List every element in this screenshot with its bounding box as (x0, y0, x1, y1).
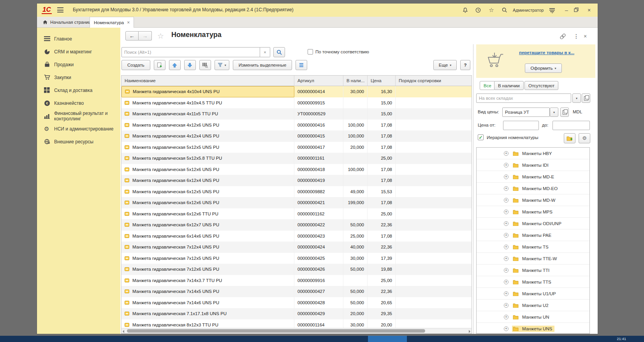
forward-button[interactable]: → (139, 31, 152, 41)
table-row[interactable]: Манжета гидравлическая 7x12x6 UNS PU 000… (121, 264, 472, 275)
table-row[interactable]: Манжета гидравлическая 6x12x4 UNS PU 000… (121, 175, 472, 186)
help-button[interactable]: ? (460, 60, 470, 70)
restore-button[interactable] (572, 7, 581, 14)
cell-price[interactable]: 25,00 (368, 275, 396, 286)
panel-splitter[interactable] (473, 44, 473, 334)
table-row[interactable]: Манжета гидравлическая 7x12x5 UNS PU 000… (121, 253, 472, 264)
checkout-button[interactable]: Оформить▾ (525, 63, 562, 73)
table-row[interactable]: Манжета гидравлическая 6x12x6 UNS PU 000… (121, 197, 472, 208)
tree-node[interactable]: Манжеты U1/UP (477, 288, 589, 300)
cell-price[interactable]: 22,36 (368, 242, 396, 253)
expand-node-icon[interactable] (504, 315, 509, 319)
current-user[interactable]: Администратор (513, 8, 544, 12)
cell-name[interactable]: Манжета гидравлическая 7x12x4 UNS PU (121, 242, 294, 253)
cell-article[interactable]: 00000000426 (294, 264, 343, 275)
column-header-name[interactable]: Наименование (121, 76, 294, 86)
cell-price[interactable]: 15,00 (368, 97, 396, 109)
cell-name[interactable]: Манжета гидравлическая 7x12x5 UNS PU (121, 253, 294, 264)
table-row[interactable]: Манжета гидравлическая 7x12x4 UNS PU 000… (121, 242, 472, 253)
cell-sort-order[interactable] (396, 219, 471, 231)
cell-sort-order[interactable] (396, 197, 471, 208)
cell-stock[interactable]: 25,000 (343, 231, 368, 242)
tab-close-icon[interactable]: × (127, 20, 130, 25)
cell-price[interactable]: 17,39 (368, 253, 396, 264)
create-by-copy-button[interactable] (154, 60, 165, 70)
cell-name[interactable]: Манжета гидравлическая 7.1x17.1x8 UNS PU (121, 308, 294, 319)
cell-stock[interactable]: 50,000 (343, 219, 368, 231)
cell-sort-order[interactable] (396, 142, 471, 153)
cell-article[interactable]: 00000000418 (294, 164, 343, 175)
table-row[interactable]: Манжета гидравлическая 4x12x6 UNS PU 000… (121, 120, 472, 131)
table-row[interactable]: Манжета гидравлическая 5x12x5.8 TTU PU 0… (121, 153, 472, 164)
cell-price[interactable]: 16,30 (368, 86, 396, 97)
cell-stock[interactable]: 20,000 (343, 142, 368, 153)
expand-node-icon[interactable] (504, 175, 509, 179)
tab-nomenclature[interactable]: Номенклатура × (90, 17, 134, 28)
cell-name[interactable]: Манжета гидравлическая 6x14x6 UNS PU (121, 231, 294, 242)
sidebar-item-purchases[interactable]: Закупки (37, 71, 120, 84)
cell-name[interactable]: Манжета гидравлическая 6x12x7 UNS PU (121, 219, 294, 231)
cell-article[interactable]: 00000000429 (294, 308, 343, 319)
cell-sort-order[interactable] (396, 275, 471, 286)
table-row[interactable]: Манжета гидравлическая 4x11x5 TTU PU УТ0… (121, 108, 472, 120)
tree-node[interactable]: Манжеты MD-W (477, 194, 589, 206)
table-row[interactable]: Манжета гидравлическая 6x12x7 UNS PU 000… (121, 219, 472, 231)
cell-stock[interactable]: 50,000 (343, 264, 368, 275)
cell-name[interactable]: Манжета гидравлическая 4x11x5 TTU PU (121, 108, 294, 120)
expand-node-icon[interactable] (504, 280, 509, 284)
sidebar-item-warehouse[interactable]: Склад и доставка (37, 84, 120, 97)
get-link-icon[interactable] (560, 33, 566, 41)
exact-match-option[interactable]: По точному соответствию (308, 49, 369, 55)
expand-node-icon[interactable] (504, 186, 509, 191)
cell-name[interactable]: Манжета гидравлическая 4x12x4 UNS PU (121, 130, 294, 142)
warehouse-open-icon[interactable] (582, 93, 590, 103)
cell-article[interactable]: 00000000424 (294, 242, 343, 253)
cell-sort-order[interactable] (396, 264, 471, 275)
expand-node-icon[interactable] (504, 291, 509, 296)
horizontal-scrollbar[interactable] (121, 328, 472, 333)
cell-sort-order[interactable] (396, 231, 471, 242)
cell-article[interactable]: 00000009916 (294, 275, 343, 286)
filter-tab-absent[interactable]: Отсутствуют (524, 81, 558, 90)
expand-node-icon[interactable] (504, 326, 509, 331)
cell-article[interactable]: УТ000000529 (294, 108, 343, 120)
table-row[interactable]: Манжета гидравлическая 6x12x6 TTU PU 000… (121, 208, 472, 220)
cell-price[interactable]: 20,65 (368, 297, 396, 309)
scroll-left-icon[interactable] (123, 330, 124, 333)
cell-price[interactable]: 29,35 (368, 308, 396, 319)
cell-article[interactable]: 00000000428 (294, 297, 343, 309)
cell-article[interactable]: 00000009882 (294, 186, 343, 197)
minimize-button[interactable]: – (562, 7, 571, 14)
filter-tab-all[interactable]: Все (480, 81, 495, 90)
tab-home[interactable]: Начальная страница (39, 17, 97, 27)
expand-node-icon[interactable] (504, 198, 509, 203)
cell-price[interactable]: 17,08 (368, 175, 396, 186)
filter-tab-in-stock[interactable]: В наличии (494, 81, 524, 90)
cell-price[interactable]: 19,88 (368, 264, 396, 275)
sidebar-item-financial-result[interactable]: Финансовый результат и контроллинг (37, 109, 120, 122)
cell-stock[interactable]: 30,000 (343, 86, 368, 97)
notifications-bell-icon[interactable] (461, 7, 469, 14)
warehouse-dropdown-icon[interactable]: ▾ (572, 93, 581, 103)
tree-node[interactable]: Манжеты HBY (477, 148, 589, 159)
cell-price[interactable]: 25,00 (368, 153, 396, 164)
cell-name[interactable]: Манжета гидравлическая 7x14x6 UNS PU (121, 297, 294, 309)
table-row[interactable]: Манжета гидравлическая 7.1x17.1x8 UNS PU… (121, 308, 472, 319)
drag-items-link[interactable]: перетащите товары в к... (519, 50, 591, 55)
cell-price[interactable]: 15,00 (368, 108, 396, 120)
cell-price[interactable]: 15,53 (368, 186, 396, 197)
os-taskbar[interactable]: 21:41 (0, 336, 644, 342)
cell-sort-order[interactable] (396, 297, 471, 309)
cell-price[interactable]: 25,00 (368, 208, 396, 220)
barcode-scan-button[interactable] (199, 60, 211, 70)
cell-name[interactable]: Манжета гидравлическая 5x12x5.8 TTU PU (121, 153, 294, 164)
cell-article[interactable]: 00000000414 (294, 86, 343, 97)
back-button[interactable]: ← (125, 31, 139, 41)
expand-node-icon[interactable] (504, 221, 509, 226)
cell-price[interactable]: 17,08 (368, 197, 396, 208)
tree-node[interactable]: Манжеты TTE-W (477, 253, 589, 264)
active-task-button[interactable] (368, 336, 407, 342)
sidebar-item-treasury[interactable]: € Казначейство (37, 97, 120, 109)
expand-node-icon[interactable] (504, 151, 509, 156)
global-search-icon[interactable] (501, 7, 509, 14)
